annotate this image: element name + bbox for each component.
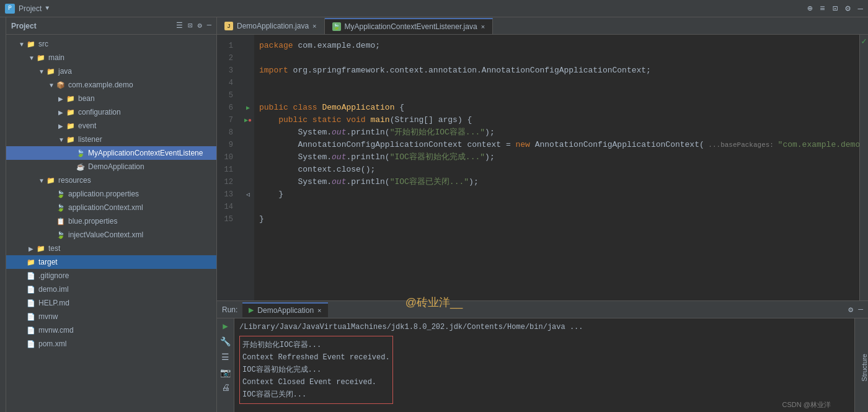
gutter-12 [242,176,254,188]
code-line-1: package com.example.demo; [254,40,859,52]
cls-name-demo: DemoApplication [322,102,399,114]
minimize-icon[interactable]: — [858,4,863,14]
tree-item-app-props[interactable]: 🍃 application.properties [6,187,216,201]
import-path: org.springframework.context.annotation.A… [293,64,651,77]
brace-close-15: } [259,213,264,226]
code-area[interactable]: package com.example.demo; import org.spr… [254,35,859,300]
code-line-3: import org.springframework.context.annot… [254,64,859,77]
console-output-box: 开始初始化IOC容器... Context Refreshed Event re… [239,336,393,404]
tree-label-src: src [38,40,48,48]
gutter-7: ▶ ● [242,114,254,126]
run-tab-close[interactable]: × [317,307,321,314]
line-num-12: 12 [217,176,237,188]
tree-item-appctx-xml[interactable]: 🍃 applicationContext.xml [6,201,216,214]
tree-arrow-resources: ▼ [38,177,46,184]
run-print-icon[interactable]: 🖨 [221,383,230,393]
tree-item-mvnw-cmd[interactable]: 📄 mvnw.cmd [6,323,216,337]
tree-label-appctx-xml: applicationContext.xml [68,203,143,212]
right-structure-panel[interactable]: Structure [854,318,868,412]
tree-label-event: event [78,121,96,130]
tree-item-src[interactable]: ▼ 📁 src [6,37,216,51]
tree-item-help-md[interactable]: 📄 HELP.md [6,296,216,310]
bottom-settings-icon[interactable]: ⚙ [848,305,853,315]
tree-arrow-event: ▶ [58,123,66,129]
str-10: "IOC容器初始化完成..." [390,151,485,164]
tree-icon[interactable]: ≡ [820,4,825,14]
kw-new: new [515,139,534,151]
tree-label-inject-xml: injectValueContext.xml [68,230,143,239]
title-bar-left: P Project ▼ [5,4,49,14]
tree-item-inject-xml[interactable]: 🍃 injectValueContext.xml [6,228,216,242]
main-area: Project ☰ ⊡ ⚙ — ▼ 📁 src ▼ 📁 main ▼ � [0,17,868,412]
panel-icon-2[interactable]: ⊡ [188,21,192,30]
bottom-panel-icons: ⚙ — [848,305,863,315]
tree-item-event[interactable]: ▶ 📁 event [6,119,216,133]
tree-item-myapp-listener[interactable]: 🍃 MyApplicationContextEventListene [6,146,216,160]
tree-item-test[interactable]: ▶ 📁 test [6,242,216,255]
title-dropdown-arrow[interactable]: ▼ [45,5,49,12]
tree-item-target[interactable]: 📁 target [6,255,216,269]
line-num-6: 6 [217,102,237,114]
tab-demoapplication[interactable]: J DemoApplication.java × [217,18,325,34]
layout-icon[interactable]: ⊡ [833,3,838,14]
indent-7 [259,114,278,126]
tree-label-mvnw: mvnw [38,312,58,321]
console-line-2: Context Refreshed Event received. [242,351,390,364]
kw-public-6: public [259,102,293,114]
folder-icon-target: 📁 [26,258,36,266]
gutter: ▶ ▶ ● ◁ [242,35,254,300]
tree-item-main[interactable]: ▼ 📁 main [6,51,216,64]
tree-item-blue-props[interactable]: 📋 blue.properties [6,214,216,228]
line-num-2: 2 [217,52,237,64]
gutter-9 [242,139,254,151]
settings-icon[interactable]: ⚙ [845,3,850,14]
tree-item-bean[interactable]: ▶ 📁 bean [6,92,216,105]
run-arrow-6[interactable]: ▶ [246,104,250,112]
breakpoint-7[interactable]: ● [248,117,252,124]
tree-arrow-package: ▼ [48,82,56,89]
tree-item-gitignore[interactable]: 📄 .gitignore [6,269,216,283]
tree-item-configuration[interactable]: ▶ 📁 configuration [6,105,216,119]
add-module-icon[interactable]: ⊕ [807,3,812,14]
xml-icon-appctx: 🍃 [56,203,66,212]
run-play-icon[interactable]: ▶ [223,321,228,331]
left-structure-strip[interactable] [0,17,6,412]
tree-item-pom-xml[interactable]: 📄 pom.xml [6,337,216,351]
tree-item-demo-iml[interactable]: 📄 demo.iml [6,283,216,296]
bottom-minimize-icon[interactable]: — [858,305,863,314]
tab-close-myapp-listener[interactable]: × [481,23,485,30]
tree-label-demoapplication: DemoApplication [88,162,144,171]
panel-icon-1[interactable]: ☰ [176,21,183,30]
panel-settings-icon[interactable]: ⚙ [198,21,202,30]
run-tab-label: DemoApplication [257,306,314,315]
tree-item-demoapplication[interactable]: ☕ DemoApplication [6,160,216,173]
tree-item-package[interactable]: ▼ 📦 com.example.demo [6,78,216,92]
run-list-icon[interactable]: ☰ [221,352,229,362]
console-line-5: IOC容器已关闭... [242,388,390,401]
tab-close-demoapplication[interactable]: × [312,22,316,30]
ctx-type-9: AnnotationConfigApplicationContext [298,139,467,151]
pkg-name: com.example.demo; [298,40,380,52]
panel-close-icon[interactable]: — [207,21,211,30]
tree-item-mvnw[interactable]: 📄 mvnw [6,310,216,323]
tree-item-listener[interactable]: ▼ 📁 listener [6,133,216,146]
code-line-12: System.out.println("IOC容器已关闭..."); [254,176,859,188]
tab-myapp-listener[interactable]: 🍃 MyApplicationContextEventListener.java… [325,18,494,34]
run-wrench-icon[interactable]: 🔧 [220,336,231,347]
props-icon-blue: 📋 [56,217,66,226]
line-num-8: 8 [217,126,237,139]
context-close-11: context.close(); [298,164,375,176]
folder-icon-event: 📁 [66,121,76,130]
kw-class: class [293,102,322,114]
code-line-11: context.close(); [254,164,859,176]
str-8: "开始初始化IOC容器..." [390,126,485,139]
code-line-8: System.out.println("开始初始化IOC容器..."); [254,126,859,139]
tree-item-java[interactable]: ▼ 📁 java [6,64,216,78]
run-camera-icon[interactable]: 📷 [220,367,231,378]
tab-label-demoapplication: DemoApplication.java [237,22,309,30]
tree-item-resources[interactable]: ▼ 📁 resources [6,173,216,187]
tree-label-blue-props: blue.properties [68,217,117,226]
bracket-7: [] [423,114,438,126]
tab-run-demoapplication[interactable]: ▶ DemoApplication × [242,302,327,317]
kw-public-7: public [278,114,312,126]
